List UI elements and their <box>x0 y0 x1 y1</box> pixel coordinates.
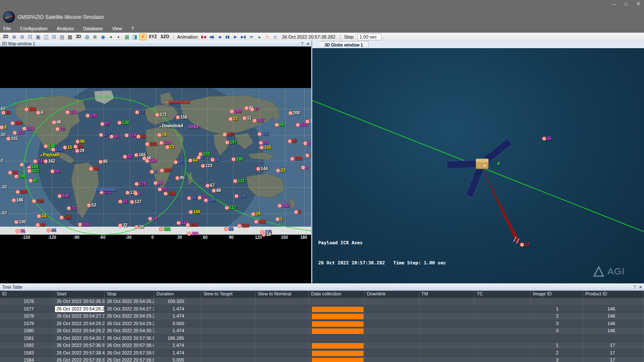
tab-3d-globe-window[interactable]: 3D Globe window 1 <box>317 41 369 48</box>
target-marker[interactable]: 62 <box>174 160 183 164</box>
target-marker[interactable]: 97 <box>100 122 109 126</box>
target-marker[interactable]: 169 <box>189 210 200 214</box>
maximize-button[interactable]: □ <box>625 1 628 6</box>
target-marker[interactable]: 34 <box>37 214 46 218</box>
target-marker[interactable]: 124 <box>125 133 136 137</box>
target-marker[interactable]: 29 <box>75 149 84 153</box>
target-marker[interactable]: 195 <box>86 114 97 118</box>
target-marker[interactable]: 29 <box>251 212 260 216</box>
clock-button[interactable]: ◷ <box>272 34 279 40</box>
target-marker[interactable]: 113 <box>13 131 24 135</box>
step-start-button[interactable]: ◀▮ <box>208 34 216 40</box>
target-marker[interactable]: 106 <box>78 222 90 227</box>
target-marker[interactable]: 53 <box>87 203 96 207</box>
target-marker[interactable]: 85 <box>99 160 108 164</box>
target-marker[interactable]: 32 <box>118 223 127 228</box>
table-row[interactable]: 157926 Oct 2022 20:54:29.23026 Oct 2022 … <box>0 320 644 328</box>
target-marker[interactable]: 15 <box>63 145 72 150</box>
target-marker[interactable]: 87 <box>288 139 297 143</box>
target-marker[interactable]: 185 <box>60 215 71 220</box>
table-row[interactable]: 158226 Oct 2022 20:57:36.98926 Oct 2022 … <box>0 342 644 349</box>
target-marker[interactable]: 70 <box>55 127 65 131</box>
target-marker[interactable]: 140 <box>57 194 69 198</box>
column-header-duration[interactable]: Duration <box>154 291 201 298</box>
target-marker[interactable]: 9 <box>301 165 308 170</box>
target-marker[interactable]: 45 <box>136 134 145 139</box>
target-marker[interactable]: 161 <box>187 232 199 236</box>
column-header-product-id[interactable]: Product ID <box>583 291 644 298</box>
target-marker[interactable]: 49 <box>89 167 98 171</box>
target-marker[interactable]: 4 <box>36 111 43 115</box>
menu-view[interactable]: View <box>112 26 122 31</box>
target-marker[interactable]: 58 <box>224 227 233 231</box>
column-header-stop[interactable]: Stop <box>105 291 154 298</box>
target-marker[interactable]: 130 <box>14 220 26 224</box>
swath-button[interactable]: ◨ <box>131 34 139 40</box>
target-marker[interactable]: 117 <box>225 206 236 210</box>
close-panel-icon[interactable]: × <box>307 41 309 46</box>
target-marker[interactable]: 56 <box>50 169 60 173</box>
target-marker[interactable]: 76 <box>16 229 25 233</box>
target-marker[interactable]: 107 <box>160 168 171 173</box>
reset-button[interactable]: ▮◀ <box>200 34 208 40</box>
target-marker[interactable]: 74 <box>33 159 42 163</box>
column-header-tm[interactable]: TM <box>419 291 475 298</box>
target-marker[interactable]: 61 <box>1 111 10 115</box>
target-marker[interactable]: 162 <box>44 159 55 163</box>
target-marker[interactable]: 157 <box>223 132 234 137</box>
play-button[interactable]: ▶ <box>232 34 239 40</box>
target-marker[interactable]: 108 <box>290 157 302 161</box>
menu-analysis[interactable]: Analysis <box>57 26 74 31</box>
target-marker[interactable]: 72 <box>135 110 144 114</box>
globe-day-button[interactable]: ◉ <box>99 34 107 40</box>
target-marker[interactable]: 149 <box>230 109 242 114</box>
target-marker[interactable]: 123 <box>201 164 213 168</box>
target-marker[interactable]: 189 <box>16 190 27 194</box>
target-marker[interactable]: 1 <box>134 191 141 196</box>
target-marker[interactable]: 77 <box>250 107 259 111</box>
target-marker[interactable]: 103 <box>198 152 210 156</box>
target-marker[interactable]: 102 <box>6 137 18 141</box>
target-marker[interactable]: 90 <box>36 223 45 227</box>
target-marker[interactable]: 19 <box>305 119 311 124</box>
table-row[interactable]: 157726 Oct 2022 20:54:26.28226 Oct 2022 … <box>0 305 644 313</box>
close-panel-icon[interactable]: × <box>639 284 642 290</box>
tile-horizontal-button[interactable]: ◫ <box>42 34 50 40</box>
target-marker[interactable]: 95 <box>175 176 184 180</box>
target-marker[interactable]: 1 <box>275 217 283 221</box>
target-marker[interactable]: 196 <box>14 174 26 178</box>
target-marker[interactable]: 75 <box>259 141 268 145</box>
cascade-windows-button[interactable]: ▤ <box>58 34 66 40</box>
target-marker[interactable]: 186 <box>12 198 23 202</box>
pin-icon[interactable]: ⊤ <box>633 285 637 290</box>
target-marker[interactable]: 152 <box>254 220 266 224</box>
target-marker[interactable]: 41 <box>118 199 127 204</box>
column-header-data-collection[interactable]: Data collection <box>309 291 365 298</box>
globe-night-button[interactable]: ◐ <box>115 34 123 40</box>
target-marker[interactable]: 21 <box>165 145 174 149</box>
target-marker[interactable]: 25 <box>20 163 29 167</box>
target-marker[interactable]: 194 <box>159 141 171 145</box>
target-marker[interactable]: 43 <box>109 134 119 139</box>
menu-help[interactable]: ? <box>131 26 134 31</box>
target-marker[interactable]: 6 <box>150 170 157 174</box>
column-header-downlink[interactable]: Downlink <box>365 291 419 298</box>
target-marker[interactable]: 25 <box>187 196 196 200</box>
globe-marker[interactable]: 4 <box>497 162 500 166</box>
target-marker[interactable]: 176 <box>135 182 146 186</box>
target-marker[interactable]: 44 <box>47 228 56 233</box>
mode-2d-button[interactable]: 2D <box>1 34 10 39</box>
target-marker[interactable]: 78 <box>157 133 166 137</box>
target-marker[interactable]: 181 <box>159 227 171 231</box>
target-marker[interactable]: 147 <box>252 119 264 123</box>
table-row[interactable]: 157626 Oct 2022 20:52:36.96226 Oct 2022 … <box>0 298 644 305</box>
target-marker[interactable]: 197 <box>225 140 237 145</box>
target-marker[interactable]: 177 <box>99 133 111 137</box>
frame-xyz-button[interactable]: XYZ <box>147 34 158 39</box>
target-marker[interactable]: 180 <box>24 107 36 111</box>
table-row[interactable]: 158126 Oct 2022 20:54:30.70426 Oct 2022 … <box>0 335 644 342</box>
column-header-slew-to-nominal[interactable]: Slew to Nominal <box>256 291 309 298</box>
target-marker[interactable]: 69 <box>275 123 284 127</box>
target-marker[interactable]: 189 <box>204 198 216 202</box>
clock-sun-button[interactable]: ☀ <box>264 34 271 40</box>
